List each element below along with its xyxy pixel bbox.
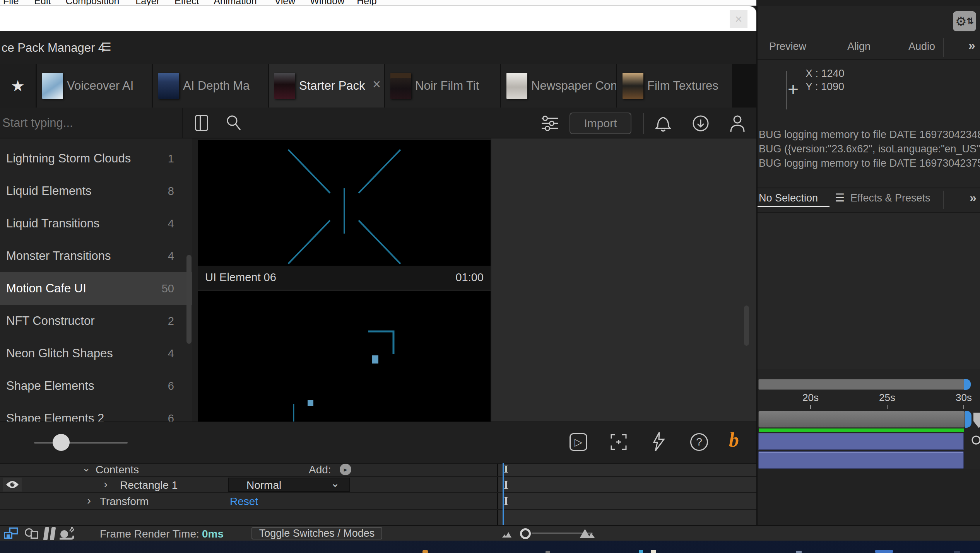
menu-edit[interactable]: Edit (34, 0, 51, 6)
menu-animation[interactable]: Animation (214, 0, 257, 6)
menu-file[interactable]: File (3, 0, 19, 6)
sidebar-item[interactable]: Neon Glitch Shapes 4 (0, 337, 192, 370)
menu-help[interactable]: Help (357, 0, 376, 6)
layer-duration-bar[interactable] (758, 433, 964, 450)
category-sidebar: Lightning Storm Clouds 1 Liquid Elements… (0, 138, 192, 422)
search-icon[interactable] (226, 114, 241, 131)
taskbar-icon[interactable] (422, 550, 428, 553)
favorites-tab[interactable]: ★ (0, 64, 36, 108)
sidebar-toggle-icon[interactable] (195, 115, 208, 131)
pack-tab-ai-depth[interactable]: AI Depth Ma (153, 64, 268, 108)
sidebar-item[interactable]: Liquid Transitions 4 (0, 207, 192, 240)
sidebar-item[interactable]: Shape Elements 6 (0, 370, 192, 402)
row-divider (0, 476, 756, 477)
console-line: BUG logging memory to file DATE 16973042… (759, 157, 980, 169)
size-slider-track[interactable] (34, 442, 128, 444)
preview-tile[interactable] (198, 291, 491, 422)
chevron-right-icon[interactable]: › (87, 494, 91, 507)
pack-tab-film-textures[interactable]: Film Textures (617, 64, 732, 108)
transform-group-label[interactable]: Transform (100, 495, 149, 508)
console-line: BUG logging memory to file DATE 16973042… (759, 129, 980, 141)
shape-layer-label[interactable]: Rectangle 1 (120, 479, 178, 492)
time-navigator-bar[interactable] (758, 411, 965, 428)
menu-layer[interactable]: Layer (135, 0, 160, 6)
help-button[interactable]: ? (690, 433, 708, 451)
chevron-double-icon[interactable]: » (968, 38, 975, 53)
tab-effects-presets[interactable]: Effects & Presets (850, 192, 930, 204)
timeline-zoom-handle[interactable] (520, 528, 531, 539)
taskbar-icon[interactable] (651, 550, 656, 553)
taskbar-icon[interactable] (796, 551, 802, 553)
transfer-controls-button[interactable] (44, 527, 56, 540)
contents-group-label[interactable]: Contents (96, 464, 139, 476)
chevron-right-icon[interactable]: › (104, 478, 108, 491)
blend-mode-dropdown[interactable]: Normal ⌄ (228, 478, 350, 492)
user-icon[interactable] (729, 114, 746, 133)
pack-content: Lightning Storm Clouds 1 Liquid Elements… (0, 138, 756, 422)
aejuice-logo[interactable]: b (729, 428, 739, 451)
camera-icon[interactable] (971, 434, 980, 447)
visibility-cell[interactable] (3, 478, 22, 492)
taskbar-icon[interactable] (875, 550, 893, 553)
layer-duration-bar[interactable] (758, 451, 964, 469)
taskbar-icon[interactable] (954, 551, 960, 553)
taskbar-icon[interactable] (546, 551, 550, 553)
gear-icon: ⚙ (955, 14, 967, 29)
menu-icon[interactable]: ☰ (835, 191, 845, 204)
lightning-icon[interactable] (651, 432, 666, 452)
tab-align[interactable]: Align (847, 41, 871, 53)
tab-no-selection[interactable]: No Selection (759, 192, 818, 204)
navigator-end-handle[interactable] (965, 411, 971, 428)
comp-flowchart-button[interactable] (4, 527, 20, 540)
timeline-hscrollbar[interactable] (758, 379, 965, 390)
taskbar-icon[interactable] (639, 550, 643, 553)
play-icon: ▷ (575, 436, 582, 448)
preview-tile[interactable] (198, 140, 491, 266)
workspace-settings-button[interactable]: ⚙ ⇅ (953, 11, 976, 31)
fit-frame-icon[interactable] (610, 433, 628, 451)
pack-tab-noir-film[interactable]: Noir Film Tit (385, 64, 500, 108)
ruler-tick (887, 405, 888, 409)
tab-preview[interactable]: Preview (769, 41, 806, 53)
size-slider-handle[interactable] (53, 434, 70, 451)
toggle-switches-button[interactable]: Toggle Switches / Modes (251, 527, 382, 539)
chevron-double-icon[interactable]: » (970, 191, 977, 205)
sidebar-scrollbar[interactable] (186, 255, 192, 344)
menu-view[interactable]: View (275, 0, 296, 6)
sidebar-item[interactable]: Liquid Elements 8 (0, 175, 192, 207)
plugin-window-titlebar[interactable]: × (0, 6, 756, 31)
zoom-out-mountain-icon[interactable] (501, 529, 515, 538)
menu-composition[interactable]: Composition (65, 0, 119, 6)
pack-tab-newspaper[interactable]: Newspaper Const (501, 64, 616, 108)
tab-audio[interactable]: Audio (908, 41, 935, 53)
hamburger-icon[interactable]: ☰ (101, 40, 111, 53)
shield-marker-icon[interactable] (973, 413, 980, 428)
sidebar-item[interactable]: Lightning Storm Clouds 1 (0, 142, 192, 175)
add-property-button[interactable]: ▸ (340, 464, 351, 475)
snail-render-icon[interactable] (59, 527, 74, 541)
import-button[interactable]: Import (570, 113, 631, 134)
pack-tab-starter-pack[interactable]: Starter Pack × (269, 64, 384, 108)
question-icon: ? (696, 436, 702, 448)
bell-icon[interactable] (655, 114, 672, 133)
play-preview-button[interactable]: ▷ (570, 433, 587, 451)
sidebar-item[interactable]: NFT Constructor 2 (0, 305, 192, 337)
download-icon[interactable] (692, 114, 710, 132)
menu-effect[interactable]: Effect (174, 0, 199, 6)
sidebar-item[interactable]: Monster Transitions 4 (0, 240, 192, 272)
search-input[interactable] (2, 114, 173, 132)
sidebar-item[interactable]: Shape Elements 2 6 (0, 402, 192, 422)
mask-visibility-button[interactable] (25, 527, 40, 540)
zoom-in-mountain-icon[interactable] (578, 527, 596, 538)
preview-scrollbar[interactable] (744, 306, 749, 346)
filter-icon[interactable] (541, 115, 559, 131)
star-icon: ★ (11, 77, 25, 95)
sidebar-item-selected[interactable]: Motion Cafe UI 50 (0, 272, 192, 305)
scrollbar-end-handle[interactable] (964, 379, 971, 390)
pack-tab-voiceover[interactable]: Voiceover AI (37, 64, 152, 108)
menu-window[interactable]: Window (310, 0, 344, 6)
tab-close-icon[interactable]: × (373, 76, 381, 92)
chevron-down-icon[interactable]: ⌄ (82, 462, 91, 474)
reset-link[interactable]: Reset (230, 495, 258, 508)
window-close-button[interactable]: × (730, 10, 747, 28)
